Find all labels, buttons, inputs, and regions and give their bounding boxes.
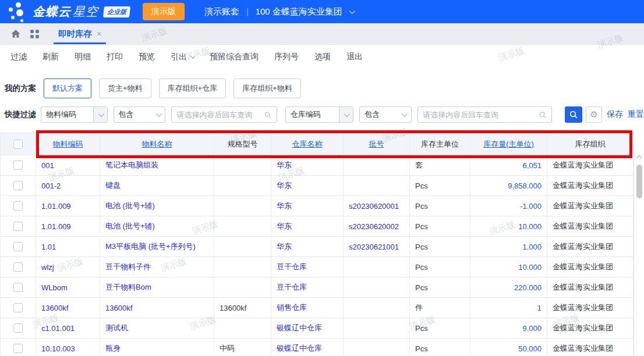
table-row[interactable]: 001-2键盘华东Pcs9,858.000金蝶蓝海实业集团 — [0, 176, 634, 196]
toolbar-item-8[interactable]: 选项 — [314, 52, 331, 62]
cell-code[interactable]: 1.01 — [36, 237, 100, 257]
column-header-unit[interactable]: 库存主单位 — [410, 133, 470, 155]
cell-warehouse[interactable]: 华东 — [271, 216, 344, 236]
filter-settings-button[interactable]: ⚙ — [586, 106, 602, 123]
cell-code[interactable]: wlzj — [36, 257, 100, 277]
table-row[interactable]: 1.01.009电池 (批号+辅)华东s20230620001Pcs-1.000… — [0, 196, 634, 216]
column-header-name[interactable]: 物料名称 — [100, 133, 214, 155]
cell-qty[interactable]: 9.000 — [470, 318, 547, 338]
scroll-up-icon[interactable] — [636, 155, 642, 161]
cell-code[interactable]: WLbom — [36, 277, 100, 297]
cell-batch[interactable] — [344, 277, 410, 297]
cell-name[interactable]: M3平板电脑 (批号+序列号) — [100, 237, 214, 257]
filter-field-select-1[interactable]: 物料编码 — [41, 106, 108, 123]
cell-name[interactable]: 豆干物料子件 — [100, 257, 214, 277]
cell-code[interactable]: 001-2 — [36, 176, 100, 195]
row-checkbox[interactable] — [13, 303, 23, 312]
reset-filter-link[interactable]: 重置 — [628, 109, 644, 120]
cell-name[interactable]: 豆干物料Bom — [100, 277, 214, 297]
row-checkbox[interactable] — [13, 242, 23, 251]
filter-search-input-2[interactable] — [423, 111, 539, 119]
cell-batch[interactable] — [344, 318, 410, 338]
cell-batch[interactable]: s20230620001 — [344, 196, 410, 216]
tab-close-icon[interactable]: × — [97, 29, 101, 38]
toolbar-item-5[interactable]: 引出 — [171, 52, 194, 62]
row-checkbox[interactable] — [13, 181, 23, 190]
scheme-button-1[interactable]: 货主+物料 — [99, 79, 151, 98]
cell-name[interactable]: 笔记本电脑组装 — [100, 155, 214, 175]
filter-operator-select-2[interactable]: 包含 — [359, 106, 412, 123]
cell-qty[interactable]: 6,051 — [470, 155, 547, 175]
filter-field-select-2[interactable]: 仓库编码 — [285, 106, 354, 123]
search-button[interactable] — [565, 106, 582, 123]
cell-qty[interactable]: 10.000 — [470, 216, 547, 236]
scheme-button-2[interactable]: 库存组织+仓库 — [159, 79, 227, 98]
row-checkbox[interactable] — [13, 222, 23, 231]
row-checkbox[interactable] — [13, 262, 23, 272]
toolbar-item-0[interactable]: 过滤 — [10, 52, 27, 62]
cell-code[interactable]: 001 — [36, 155, 100, 175]
cell-warehouse[interactable]: 银蝶辽中仓库 — [271, 318, 344, 338]
row-checkbox[interactable] — [13, 323, 23, 333]
row-checkbox[interactable] — [13, 344, 23, 353]
toolbar-item-3[interactable]: 打印 — [107, 52, 123, 62]
cell-qty[interactable]: 50.000 — [470, 339, 547, 356]
row-checkbox[interactable] — [13, 283, 23, 292]
select-all-checkbox[interactable] — [13, 140, 23, 149]
filter-operator-select-1[interactable]: 包含 — [114, 106, 166, 123]
column-header-spec[interactable]: 规格型号 — [214, 133, 271, 155]
cell-batch[interactable] — [344, 298, 410, 318]
table-row[interactable]: 10.10.003瓶身中码银蝶辽中仓库Pcs50.000金蝶蓝海实业集团 — [0, 339, 634, 356]
cell-batch[interactable] — [344, 176, 410, 195]
apps-menu-button[interactable] — [27, 26, 42, 41]
cell-name[interactable]: 13600kf — [100, 298, 214, 318]
row-checkbox[interactable] — [13, 161, 23, 170]
cell-name[interactable]: 瓶身 — [100, 339, 214, 356]
scheme-button-3[interactable]: 库存组织+物料 — [233, 79, 301, 98]
cell-code[interactable]: 10.10.003 — [36, 339, 100, 356]
table-row[interactable]: 13600kf13600kf13600kf销售仓库件1金蝶蓝海实业集团 — [0, 298, 634, 318]
cell-batch[interactable] — [344, 155, 410, 175]
table-row[interactable]: wlzj豆干物料子件豆干仓库Pcs10.000金蝶蓝海实业集团 — [0, 257, 634, 277]
cell-warehouse[interactable]: 华东 — [271, 196, 344, 216]
cell-qty[interactable]: -1.000 — [470, 196, 547, 216]
table-row[interactable]: 001笔记本电脑组装华东套6,051金蝶蓝海实业集团 — [0, 155, 634, 176]
cell-code[interactable]: 1.01.009 — [36, 196, 100, 216]
cell-name[interactable]: 测试机 — [100, 318, 214, 338]
cell-warehouse[interactable]: 银蝶辽中仓库 — [271, 339, 344, 356]
toolbar-item-4[interactable]: 预览 — [139, 52, 155, 62]
toolbar-item-9[interactable]: 退出 — [346, 52, 363, 62]
tab-realtime-inventory[interactable]: 即时库存 × — [56, 23, 104, 44]
cell-qty[interactable]: 1 — [470, 298, 547, 318]
cell-batch[interactable] — [344, 257, 410, 277]
chevron-down-icon[interactable] — [349, 8, 355, 14]
cell-warehouse[interactable]: 华东 — [271, 176, 344, 195]
toolbar-item-6[interactable]: 预留综合查询 — [210, 52, 259, 62]
cell-batch[interactable] — [344, 339, 410, 356]
cell-qty[interactable]: 10.000 — [470, 257, 547, 277]
column-header-batch[interactable]: 批号 — [344, 133, 410, 155]
cell-code[interactable]: c1.01.001 — [36, 318, 100, 338]
cell-qty[interactable]: 9,858.000 — [470, 176, 547, 195]
cell-batch[interactable]: s20230621001 — [344, 237, 410, 257]
scrollbar-thumb[interactable] — [636, 165, 642, 198]
cell-name[interactable]: 键盘 — [100, 176, 214, 195]
table-row[interactable]: WLbom豆干物料Bom豆干仓库Pcs220.000金蝶蓝海实业集团 — [0, 277, 634, 298]
save-filter-link[interactable]: 保存 — [607, 109, 623, 120]
cell-qty[interactable]: 1.000 — [470, 237, 547, 257]
cell-batch[interactable]: s20230620002 — [344, 216, 410, 236]
cell-warehouse[interactable]: 豆干仓库 — [271, 257, 344, 277]
column-header-warehouse[interactable]: 仓库名称 — [271, 133, 344, 155]
company-selector[interactable]: 100 金蝶蓝海实业集团 — [256, 6, 342, 17]
cell-warehouse[interactable]: 华东 — [271, 237, 344, 257]
scheme-button-0[interactable]: 默认方案 — [44, 79, 91, 98]
toolbar-item-2[interactable]: 明细 — [75, 52, 91, 62]
toolbar-item-1[interactable]: 刷新 — [43, 52, 59, 62]
cell-name[interactable]: 电池 (批号+辅) — [100, 196, 214, 216]
filter-search-input-1[interactable] — [176, 111, 264, 119]
table-row[interactable]: 1.01M3平板电脑 (批号+序列号)华东s20230621001Pcs1.00… — [0, 237, 634, 257]
home-button[interactable] — [8, 26, 23, 41]
cell-name[interactable]: 电池 (批号+辅) — [100, 216, 214, 236]
row-checkbox[interactable] — [13, 201, 23, 211]
column-header-org[interactable]: 库存组织 — [547, 133, 634, 155]
